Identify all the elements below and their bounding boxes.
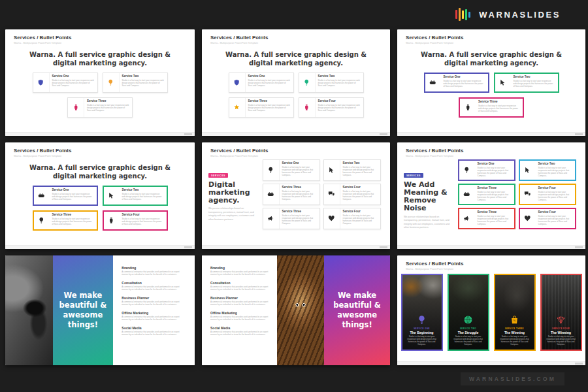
list-item: Offline Marketing A commercial enterpris… — [122, 311, 186, 321]
service-icon-cell — [34, 212, 50, 229]
service-description: Studio is a fast way to start your respo… — [248, 104, 291, 112]
slide-header: Services / Bullet Points Warna - Multipu… — [5, 29, 195, 44]
services-list: Branding A commercial enterprise that pr… — [202, 255, 277, 365]
card-title: The Winning — [551, 331, 571, 335]
logo-bar — [455, 10, 457, 19]
slide-footer-strip — [397, 361, 585, 365]
watch-icon — [303, 104, 310, 111]
service-title: Service One — [444, 75, 485, 78]
card-title: The Winning — [504, 331, 525, 335]
gamepad-icon — [429, 79, 436, 86]
bag-icon — [510, 315, 519, 325]
slide-thumbnail-6[interactable]: Services / Bullet Points Warna - Multipu… — [397, 142, 585, 249]
service-text: Service One Studio is a fast way to star… — [441, 74, 488, 91]
service-text: Service One Studio is a fast way to star… — [50, 73, 97, 92]
service-card: Service Four Studio is a fast way to sta… — [103, 210, 168, 231]
service-icon-cell — [103, 73, 120, 92]
service-text: Service Four Studio is a fast way to sta… — [536, 209, 575, 228]
slide-thumbnail-1[interactable]: Services / Bullet Points Warna - Multipu… — [5, 29, 195, 136]
chat-icon — [524, 191, 531, 198]
gradient-quote-panel: We make beautiful & awesome things! — [324, 255, 390, 365]
section-heading: We Add Meaning & Remove Noise — [404, 181, 452, 213]
service-description: Studio is a fast way to start your respo… — [318, 79, 361, 87]
list-item: Social Media A commercial enterprise tha… — [210, 326, 269, 336]
card-description: Studio is a fast way to start your respo… — [451, 336, 485, 346]
service-description: Studio is a fast way to start your respo… — [343, 166, 378, 176]
service-card: Service Four Studio is a fast way to sta… — [299, 97, 364, 118]
bulb-icon — [107, 79, 114, 86]
slide-thumbnail-5[interactable]: Services / Bullet Points Warna - Multipu… — [202, 142, 390, 249]
slide-columns: Services We Add Meaning & Remove Noise W… — [397, 157, 585, 230]
bulb-icon — [38, 217, 45, 224]
slide-thumbnail-3[interactable]: Services / Bullet Points Warna - Multipu… — [397, 29, 585, 136]
service-description: Studio is a fast way to start your respo… — [122, 218, 164, 225]
megaphone-icon — [463, 215, 470, 222]
service-text: Service Three Studio is a fast way to st… — [280, 208, 319, 229]
slide-thumbnail-9[interactable]: Services / Bullet Points Warna - Multipu… — [397, 255, 585, 365]
bulb-icon — [303, 79, 310, 86]
service-title: Service Four — [538, 210, 572, 214]
list-item: Business Planner A commercial enterprise… — [210, 296, 269, 306]
service-description: Studio is a fast way to start your respo… — [444, 80, 485, 88]
slide-subtitle: Warna - Multipurpose PowerPoint Template — [406, 268, 577, 270]
service-card: Service Three Studio is a fast way to st… — [263, 184, 320, 205]
service-icon-cell — [104, 212, 120, 229]
service-icon-cell — [495, 74, 511, 91]
service-icon-cell — [229, 73, 246, 92]
slide-title: Services / Bullet Points — [406, 35, 577, 41]
service-title: Service One — [478, 162, 512, 165]
bulb-icon — [463, 167, 470, 174]
heart-icon — [524, 215, 531, 222]
story-card: Service Four The Winning Studio is a fas… — [540, 274, 582, 351]
service-icon-cell — [299, 98, 316, 117]
service-icon-cell — [520, 161, 536, 180]
scroll-thumb — [184, 246, 192, 248]
service-card: Service Three Studio is a fast way to st… — [459, 97, 524, 118]
slide-title: Services / Bullet Points — [14, 148, 186, 154]
service-description: Studio is a fast way to start your respo… — [282, 166, 317, 176]
brand-name: WARNASLIDES — [479, 10, 561, 20]
service-icon-cell — [459, 209, 475, 228]
list-item-title: Consultation — [122, 281, 186, 285]
service-description: Studio is a fast way to start your respo… — [52, 79, 95, 87]
star-icon — [233, 104, 240, 111]
service-title: Service Two — [343, 161, 378, 165]
slide-thumbnail-8[interactable]: Branding A commercial enterprise that pr… — [202, 255, 390, 365]
service-description: Studio is a fast way to start your respo… — [478, 191, 512, 201]
service-card: Service Four Studio is a fast way to sta… — [323, 208, 381, 229]
service-icon-cell — [520, 185, 536, 204]
service-text: Service One Studio is a fast way to star… — [50, 187, 97, 204]
service-description: Studio is a fast way to start your respo… — [343, 190, 378, 201]
slide-thumbnail-2[interactable]: Services / Bullet Points Warna - Multipu… — [202, 29, 390, 136]
slide-footer-strip — [5, 245, 195, 249]
service-text: Service Three Studio is a fast way to st… — [246, 98, 293, 117]
service-icon-cell — [33, 73, 50, 92]
service-icon-cell — [263, 160, 280, 180]
list-item-title: Social Media — [122, 326, 186, 330]
list-item-description: A commercial enterprise that provides wo… — [210, 316, 269, 321]
service-description: Studio is a fast way to start your respo… — [282, 190, 317, 201]
slide-thumbnail-7[interactable]: We make beautiful & awesome things! Bran… — [5, 255, 195, 365]
slide-header: Services / Bullet Points Warna - Multipu… — [397, 255, 585, 270]
services-list: Branding A commercial enterprise that pr… — [113, 255, 195, 365]
logo-bar — [465, 9, 467, 20]
service-description: Studio is a fast way to start your respo… — [343, 214, 378, 225]
site-link[interactable]: WARNASLIDES.COM — [461, 372, 564, 385]
slide-headline: Warna. A full service graphic design & d… — [221, 50, 370, 67]
service-card: Service Two Studio is a fast way to star… — [323, 159, 381, 181]
list-item-description: A commercial enterprise that provides wo… — [122, 286, 186, 291]
service-text: Service Four Studio is a fast way to sta… — [120, 212, 167, 229]
service-text: Service Three Studio is a fast way to st… — [50, 212, 97, 229]
services-grid: Service One Studio is a fast way to star… — [422, 73, 561, 118]
service-title: Service Three — [282, 186, 317, 189]
service-description: Studio is a fast way to start your respo… — [248, 79, 291, 87]
service-text: Service One Studio is a fast way to star… — [280, 160, 319, 180]
slide-thumbnail-4[interactable]: Services / Bullet Points Warna - Multipu… — [5, 142, 195, 249]
slide-headline: Warna. A full service graphic design & d… — [25, 50, 175, 67]
service-card: Service Two Studio is a fast way to star… — [299, 73, 364, 93]
service-card: Service One Studio is a fast way to star… — [33, 186, 98, 206]
intro-column: Services Digital marketing agency. We pu… — [208, 159, 257, 229]
zebra-figurine-photo — [277, 255, 324, 365]
list-item-description: A commercial enterprise that provides wo… — [210, 301, 269, 306]
service-text: Service Three Studio is a fast way to st… — [84, 98, 132, 117]
